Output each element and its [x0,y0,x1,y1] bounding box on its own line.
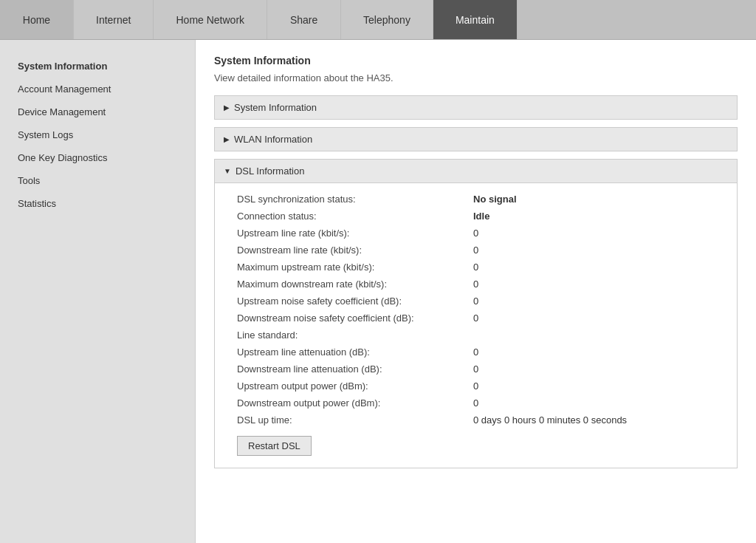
dsl-section-header[interactable]: ▼ DSL Information [215,160,737,183]
dsl-row-label: DSL synchronization status: [237,194,473,205]
sidebar-item-one-key-diagnostics[interactable]: One Key Diagnostics [0,146,195,169]
dsl-row: Downstream noise safety coefficient (dB)… [237,310,722,327]
sidebar-item-tools[interactable]: Tools [0,169,195,192]
dsl-row: DSL synchronization status:No signal [237,191,722,208]
dsl-row: Downstream output power (dBm):0 [237,395,722,411]
dsl-row-label: DSL up time: [237,414,473,426]
wlan-info-arrow: ▶ [224,135,230,143]
dsl-row-label: Downstream noise safety coefficient (dB)… [237,313,473,324]
sidebar: System InformationAccount ManagementDevi… [0,40,196,543]
dsl-row-value: 0 [473,346,478,358]
dsl-row: Maximum upstream rate (kbit/s):0 [237,259,722,276]
nav-item-internet[interactable]: Internet [74,0,154,39]
dsl-row: Connection status:Idle [237,208,722,225]
dsl-row-value: Idle [473,211,489,222]
dsl-row-label: Upstream noise safety coefficient (dB): [237,296,473,307]
page-title: System Information [214,55,738,66]
dsl-row-value: 0 [473,313,478,324]
main-layout: System InformationAccount ManagementDevi… [0,40,756,543]
sidebar-item-device-management[interactable]: Device Management [0,100,195,123]
dsl-row: Downstream line attenuation (dB):0 [237,361,722,378]
dsl-row-label: Line standard: [237,329,473,341]
dsl-row-label: Maximum downstream rate (kbit/s): [237,279,473,290]
dsl-section-label: DSL Information [236,165,304,177]
dsl-row-value: 0 [473,262,478,273]
dsl-row-label: Upstream output power (dBm): [237,380,473,392]
sidebar-item-statistics[interactable]: Statistics [0,192,195,215]
sidebar-item-system-logs[interactable]: System Logs [0,123,195,146]
dsl-row-label: Downstream line attenuation (dB): [237,363,473,375]
nav-item-maintain[interactable]: Maintain [433,0,518,39]
dsl-row-value: 0 [473,363,478,375]
dsl-row: Line standard: [237,327,722,344]
dsl-row-label: Maximum upstream rate (kbit/s): [237,262,473,273]
content-area: System Information View detailed informa… [196,40,756,543]
wlan-info-section-header[interactable]: ▶ WLAN Information [214,127,738,151]
dsl-row: Downstream line rate (kbit/s):0 [237,242,722,259]
dsl-row-label: Downstream line rate (kbit/s): [237,245,473,256]
dsl-row: Upstream line rate (kbit/s):0 [237,225,722,242]
dsl-row: Upstream output power (dBm):0 [237,378,722,395]
restart-dsl-button[interactable]: Restart DSL [237,436,312,456]
dsl-row-value: 0 [473,380,478,392]
system-info-section-header[interactable]: ▶ System Information [214,95,738,120]
dsl-row-value: 0 [473,228,478,239]
sidebar-item-system-information[interactable]: System Information [0,55,195,78]
page-subtitle: View detailed information about the HA35… [214,72,738,83]
dsl-row: Maximum downstream rate (kbit/s):0 [237,276,722,293]
nav-item-telephony[interactable]: Telephony [341,0,433,39]
dsl-row-label: Downstream output power (dBm): [237,397,473,409]
dsl-row-value: No signal [473,194,517,205]
system-info-section-label: System Information [234,102,317,113]
nav-item-home-network[interactable]: Home Network [154,0,267,39]
top-nav: HomeInternetHome NetworkShareTelephonyMa… [0,0,756,40]
dsl-row-value: 0 [473,397,478,409]
nav-item-share[interactable]: Share [267,0,341,39]
dsl-row: DSL up time:0 days 0 hours 0 minutes 0 s… [237,411,722,428]
dsl-row-label: Connection status: [237,211,473,222]
dsl-row-value: 0 [473,296,478,307]
dsl-row-value: 0 [473,245,478,256]
dsl-row-label: Upstream line rate (kbit/s): [237,228,473,239]
system-info-arrow: ▶ [224,103,230,112]
dsl-row-label: Upstream line attenuation (dB): [237,346,473,358]
sidebar-item-account-management[interactable]: Account Management [0,78,195,100]
dsl-row: Upstream noise safety coefficient (dB):0 [237,293,722,310]
dsl-row-value: 0 [473,279,478,290]
dsl-content: DSL synchronization status:No signalConn… [215,183,737,468]
dsl-row: Upstream line attenuation (dB):0 [237,344,722,361]
nav-item-home[interactable]: Home [0,0,74,39]
dsl-arrow: ▼ [224,167,231,175]
wlan-info-section-label: WLAN Information [234,134,312,145]
dsl-row-value: 0 days 0 hours 0 minutes 0 seconds [473,414,627,426]
dsl-section: ▼ DSL Information DSL synchronization st… [214,159,738,468]
